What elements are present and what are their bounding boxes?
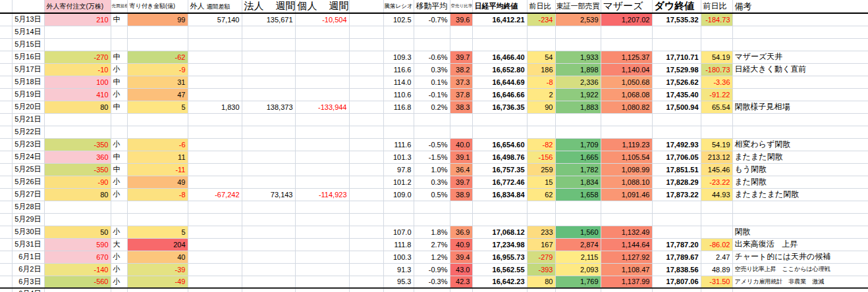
- cell-date[interactable]: 5月31日: [12, 238, 44, 251]
- cell-iw[interactable]: [295, 263, 349, 276]
- cell-size[interactable]: 中: [111, 51, 127, 63]
- cell-dchg[interactable]: [701, 288, 732, 292]
- cell-remark[interactable]: 閑散様子見相場: [732, 101, 868, 113]
- cell-sr[interactable]: [450, 126, 472, 138]
- cell-remark[interactable]: アメリカ雇用統計 非農業 激減: [732, 276, 868, 288]
- cell-ma[interactable]: -0.3%: [414, 276, 450, 288]
- cell-nikkei[interactable]: [472, 213, 527, 226]
- cell-cw[interactable]: [242, 76, 295, 88]
- cell-foreign[interactable]: [44, 26, 111, 38]
- cell-size[interactable]: 小: [111, 88, 127, 101]
- cell-ma[interactable]: 0.3%: [414, 176, 450, 188]
- cell-date[interactable]: 5月24日: [12, 151, 44, 163]
- row-selector[interactable]: [0, 88, 12, 101]
- cell-nikkei[interactable]: 16,498.76: [472, 151, 527, 163]
- cell-remark[interactable]: [732, 76, 868, 88]
- cell-nchg[interactable]: 2: [527, 88, 555, 101]
- cell-fw[interactable]: [188, 113, 242, 126]
- cell-nchg[interactable]: 167: [527, 238, 555, 251]
- header-trade-size[interactable]: 売買規模: [111, 0, 127, 13]
- cell-amount[interactable]: 5: [127, 226, 188, 238]
- cell-iw[interactable]: [295, 201, 349, 213]
- cell-dchg[interactable]: [701, 201, 732, 213]
- cell-ma[interactable]: -0.7%: [414, 13, 450, 26]
- cell-fw[interactable]: [188, 26, 242, 38]
- row-selector[interactable]: [0, 176, 12, 188]
- cell-fw[interactable]: [188, 163, 242, 176]
- cell-foreign[interactable]: -350: [44, 138, 111, 151]
- cell-amount[interactable]: 49: [127, 176, 188, 188]
- cell-amount[interactable]: -6: [127, 138, 188, 151]
- row-selector[interactable]: [0, 63, 12, 76]
- cell-mothers[interactable]: 1,140.04: [601, 63, 652, 76]
- cell-iw[interactable]: [295, 163, 349, 176]
- cell-cw[interactable]: [242, 63, 295, 76]
- cell-cw[interactable]: [242, 126, 295, 138]
- cell-cw[interactable]: [242, 263, 295, 276]
- cell-foreign[interactable]: 360: [44, 151, 111, 163]
- row-selector[interactable]: [0, 113, 12, 126]
- cell-spacer[interactable]: [349, 113, 383, 126]
- cell-foreign[interactable]: [44, 126, 111, 138]
- cell-ma[interactable]: [414, 126, 450, 138]
- cell-spacer[interactable]: [349, 238, 383, 251]
- cell-nchg[interactable]: [527, 213, 555, 226]
- cell-nchg[interactable]: 186: [527, 63, 555, 76]
- cell-amount[interactable]: 5: [127, 101, 188, 113]
- cell-remark[interactable]: もう閑散: [732, 163, 868, 176]
- cell-dchg[interactable]: 44.93: [701, 188, 732, 201]
- cell-ratio[interactable]: [383, 213, 414, 226]
- cell-dow[interactable]: 17,435.40: [652, 88, 701, 101]
- cell-sr[interactable]: 39.4: [450, 251, 472, 263]
- cell-ratio[interactable]: 100.3: [383, 251, 414, 263]
- cell-iw[interactable]: [295, 288, 349, 292]
- cell-remark[interactable]: またまたまた閑散: [732, 188, 868, 201]
- cell-ma[interactable]: 1.2%: [414, 251, 450, 263]
- cell-size[interactable]: [111, 213, 127, 226]
- cell-ma[interactable]: -1.5%: [414, 151, 450, 163]
- cell-dow[interactable]: 17,526.62: [652, 76, 701, 88]
- cell-ratio[interactable]: [383, 126, 414, 138]
- cell-mothers[interactable]: 1,091.46: [601, 188, 652, 201]
- cell-dow[interactable]: [652, 226, 701, 238]
- cell-ratio[interactable]: 111.8: [383, 238, 414, 251]
- cell-nikkei[interactable]: 16,654.60: [472, 138, 527, 151]
- cell-nikkei[interactable]: 16,562.55: [472, 263, 527, 276]
- cell-dow[interactable]: 17,787.20: [652, 238, 701, 251]
- cell-ratio[interactable]: 116.6: [383, 63, 414, 76]
- cell-remark[interactable]: [732, 26, 868, 38]
- cell-fw[interactable]: [188, 226, 242, 238]
- cell-size[interactable]: 中: [111, 163, 127, 176]
- header-opening-amount[interactable]: 寄り付き金額(億): [127, 0, 188, 13]
- cell-ma[interactable]: -0.1%: [414, 88, 450, 101]
- cell-tse[interactable]: 1,933: [555, 51, 601, 63]
- cell-spacer[interactable]: [349, 288, 383, 292]
- row-selector[interactable]: [0, 101, 12, 113]
- header-foreign-order[interactable]: 外人寄付注文(万株): [44, 0, 111, 13]
- cell-size[interactable]: 中: [111, 76, 127, 88]
- cell-nchg[interactable]: [527, 126, 555, 138]
- header-tse-volume[interactable]: 東証一部売買: [555, 0, 601, 13]
- cell-iw[interactable]: [295, 226, 349, 238]
- cell-tse[interactable]: [555, 126, 601, 138]
- cell-sr[interactable]: 36.9: [450, 226, 472, 238]
- cell-ma[interactable]: -0.6%: [414, 51, 450, 63]
- cell-dow[interactable]: 17,500.94: [652, 101, 701, 113]
- cell-tse[interactable]: [555, 213, 601, 226]
- cell-size[interactable]: 小: [111, 251, 127, 263]
- cell-nikkei[interactable]: [472, 288, 527, 292]
- row-selector[interactable]: [0, 251, 12, 263]
- header-advance-decline-ratio[interactable]: 騰落レシオ: [383, 0, 414, 13]
- cell-date[interactable]: 5月16日: [12, 51, 44, 63]
- cell-size[interactable]: 中: [111, 13, 127, 26]
- cell-remark[interactable]: 日経大きく動く直前: [732, 63, 868, 76]
- header-date[interactable]: [12, 0, 44, 13]
- row-selector[interactable]: [0, 13, 12, 26]
- cell-foreign[interactable]: [44, 201, 111, 213]
- cell-cw[interactable]: [242, 288, 295, 292]
- cell-foreign[interactable]: 80: [44, 101, 111, 113]
- cell-date[interactable]: 5月21日: [12, 113, 44, 126]
- cell-iw[interactable]: -10,504: [295, 13, 349, 26]
- cell-dchg[interactable]: 2.47: [701, 251, 732, 263]
- cell-dow[interactable]: 17,535.32: [652, 13, 701, 26]
